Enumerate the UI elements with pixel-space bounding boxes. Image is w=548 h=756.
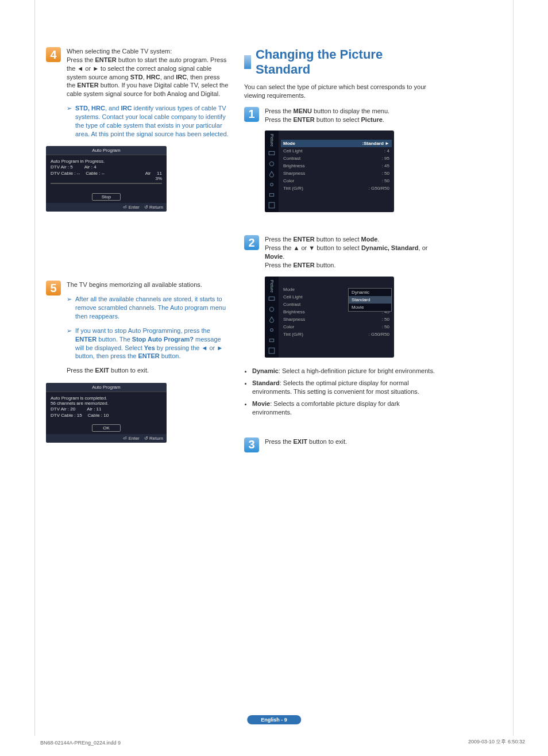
step-2: 2 Press the ENTER button to select Mode.… <box>244 235 439 269</box>
step-number-2: 2 <box>244 235 259 250</box>
app-icon <box>268 347 275 354</box>
mode-popup[interactable]: Dynamic Standard Movie <box>348 288 392 312</box>
enter-label: ENTER <box>95 56 117 63</box>
svg-rect-5 <box>269 297 275 301</box>
step-1: 1 Press the MENU button to display the m… <box>244 107 439 124</box>
section-intro: You can select the type of picture which… <box>244 83 439 100</box>
t: DTV Cable : 15 <box>51 413 82 418</box>
sidebar-label: Picture <box>270 280 274 293</box>
svg-rect-4 <box>269 202 275 208</box>
hrc-label: HRC <box>146 74 160 80</box>
svg-rect-3 <box>269 194 273 197</box>
osd-footer: ⏎ Enter ↺ Return <box>46 203 167 212</box>
t: ENTER <box>75 336 97 343</box>
menu-row[interactable]: Color: 50 <box>283 177 389 185</box>
note-arrow-icon: ➢ <box>67 327 72 360</box>
step5-line1: The TV begins memorizing all available s… <box>67 281 230 289</box>
popup-option[interactable]: Movie <box>349 304 391 311</box>
irc-label: IRC <box>176 74 187 80</box>
svg-rect-0 <box>269 152 275 155</box>
t: , and <box>160 74 176 80</box>
t: 113% <box>155 171 162 181</box>
tv-icon <box>268 150 275 157</box>
step-number-4: 4 <box>46 47 61 62</box>
sidebar-label: Picture <box>270 134 274 147</box>
menu-row[interactable]: Brightness: 45 <box>283 162 389 170</box>
osd-row: DTV Cable : 15 Cable : 10 <box>51 412 162 419</box>
t: DTV Air : 5 <box>51 164 73 170</box>
l: Press the MENU button to display the men… <box>265 107 439 116</box>
menu-row[interactable]: Tint (G/R): G50/R50 <box>283 185 389 192</box>
t: , and <box>105 105 121 112</box>
menu-row[interactable]: Color: 50 <box>283 323 389 331</box>
t: Auto Program is completed. <box>51 396 162 401</box>
step4-line2: Press the ENTER button to start the auto… <box>67 56 230 98</box>
step5-note1: ➢ After all the available channels are s… <box>67 295 230 321</box>
right-column: Changing the Picture Standard You can se… <box>244 47 439 459</box>
svg-point-1 <box>269 162 273 166</box>
osd-row: DTV Air : 5 Air : 4 <box>51 164 162 170</box>
menu-row[interactable]: Sharpness: 50 <box>283 316 389 323</box>
t: Press the <box>67 367 95 374</box>
osd-picture-menu-1: Picture Mode:Standard ►Cell Light: 4Cont… <box>265 131 394 212</box>
mode-descriptions: Dynamic: Select a high-definition pictur… <box>252 367 439 416</box>
t: DTV Air : 20 <box>51 406 75 412</box>
return-hint: ↺ Return <box>144 436 163 441</box>
osd-body: Auto Program in Progress. DTV Air : 5 Ai… <box>46 155 167 191</box>
menu-row[interactable]: Contrast: 95 <box>283 155 389 162</box>
step-4: 4 When selecting the Cable TV system: Pr… <box>46 47 230 138</box>
enter-hint: ⏎ Enter <box>123 436 139 441</box>
t: Stop Auto Program? <box>132 336 194 343</box>
osd-ok-button[interactable]: OK <box>92 424 121 432</box>
note-arrow-icon: ➢ <box>67 295 72 321</box>
circle-icon <box>268 306 275 313</box>
note-text: After all the available channels are sto… <box>75 295 230 321</box>
t: EXIT <box>95 367 109 374</box>
svg-rect-9 <box>269 348 275 354</box>
progress-bar <box>51 183 162 184</box>
menu-row[interactable]: Tint (G/R): G50/R50 <box>283 331 389 338</box>
osd-main: Dynamic Standard Movie ModeCell Light:Co… <box>279 277 394 358</box>
desc-dynamic: Dynamic: Select a high-definition pictur… <box>252 367 439 375</box>
std-label: STD <box>130 74 143 80</box>
t: Cable : -- <box>86 171 105 181</box>
enter-hint: ⏎ Enter <box>123 205 139 210</box>
l: Press the ENTER button to select Mode. <box>265 235 439 244</box>
t: button. <box>160 352 181 359</box>
gear-icon <box>268 327 275 333</box>
t: button to exit. <box>109 367 149 374</box>
step-number-5: 5 <box>46 281 61 296</box>
menu-row[interactable]: Sharpness: 50 <box>283 170 389 177</box>
gear-icon <box>268 181 275 188</box>
step-2-body: Press the ENTER button to select Mode. P… <box>265 235 439 269</box>
t: Cable : 10 <box>88 413 109 418</box>
step4-line1: When selecting the Cable TV system: <box>67 47 230 56</box>
osd-sidebar: Picture <box>265 131 279 212</box>
osd-title: Auto Program <box>46 146 167 155</box>
svg-point-2 <box>271 183 273 186</box>
popup-option[interactable]: Dynamic <box>349 289 391 296</box>
circle-icon <box>268 160 275 167</box>
t: Press the <box>67 56 95 63</box>
desc-movie: Movie: Selects a comfortable picture dis… <box>252 400 439 417</box>
menu-row[interactable]: Mode:Standard ► <box>281 140 392 147</box>
enter-label: ENTER <box>77 82 98 89</box>
step-number-1: 1 <box>244 107 259 122</box>
osd-row: DTV Cable : -- Cable : -- Air 113% <box>51 170 162 182</box>
t: If you want to stop Auto Programming, pr… <box>75 327 210 334</box>
osd-sidebar: Picture <box>265 277 279 358</box>
t: Air <box>145 171 151 181</box>
l: Press the ENTER button to select Picture… <box>265 116 439 124</box>
drop-icon <box>268 171 275 178</box>
section-heading: Changing the Picture Standard <box>244 47 439 77</box>
osd-stop-button[interactable]: Stop <box>92 193 121 201</box>
tv-icon <box>268 296 275 302</box>
heading-bar-icon <box>244 55 251 69</box>
t: DTV Cable : -- <box>51 171 80 181</box>
osd-picture-menu-2: Picture Dynamic Standard Movie ModeCell … <box>265 277 394 358</box>
step-4-body: When selecting the Cable TV system: Pres… <box>67 47 230 138</box>
popup-option-selected[interactable]: Standard <box>349 296 391 304</box>
menu-row[interactable]: Cell Light: 4 <box>283 147 389 155</box>
step-3-body: Press the EXIT button to exit. <box>265 438 439 452</box>
t: Air : 11 <box>87 406 101 412</box>
